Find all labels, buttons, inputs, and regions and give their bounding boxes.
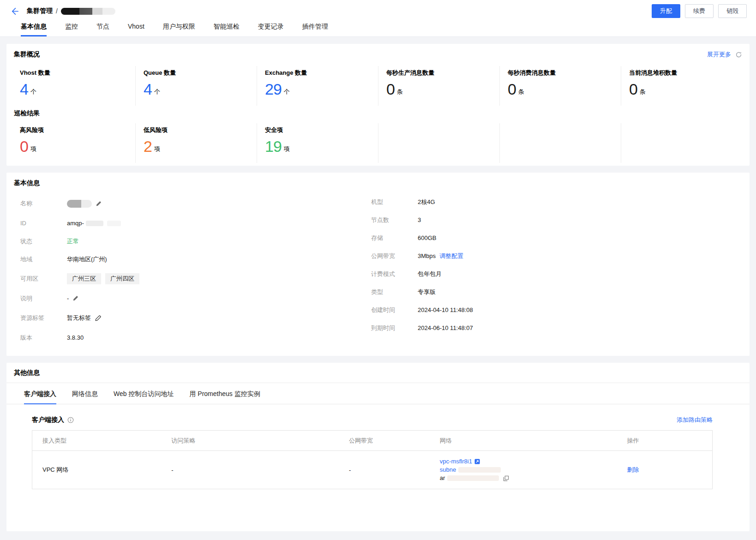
breadcrumb: 集群管理 / 升配 续费 销毁 xyxy=(9,5,747,18)
stat-produce-rate: 每秒生产消息数量 0条 xyxy=(378,66,499,106)
tab-smart-inspection[interactable]: 智能巡检 xyxy=(214,23,240,36)
cluster-name-redacted xyxy=(61,8,115,15)
stat-value: 2 xyxy=(144,138,152,154)
cluster-overview-card: 集群概况 展开更多 Vhost 数量 4个 Queue 数量 4个 Exchan… xyxy=(6,44,750,166)
node-count-value: 3 xyxy=(418,216,421,223)
version-value: 3.8.30 xyxy=(67,334,84,341)
type-value: 专享版 xyxy=(418,288,436,296)
row-name: 名称 xyxy=(14,193,365,214)
row-create-time: 创建时间 2024-04-10 11:48:08 xyxy=(365,301,473,319)
row-region: 地域 华南地区(广州) xyxy=(14,250,365,268)
tab-network-info[interactable]: 网络信息 xyxy=(72,383,98,404)
tab-users-permissions[interactable]: 用户与权限 xyxy=(163,23,195,36)
name-value-redacted xyxy=(67,200,92,208)
header-access-policy: 访问策略 xyxy=(161,431,339,451)
create-time-value: 2024-04-10 11:48:08 xyxy=(418,306,473,313)
cell-access-type: VPC 网络 xyxy=(32,451,162,489)
client-access-title: 客户端接入 xyxy=(32,416,64,424)
basic-info-title: 基本信息 xyxy=(14,179,742,187)
stat-value: 4 xyxy=(144,81,152,97)
expand-more-link[interactable]: 展开更多 xyxy=(707,50,731,59)
copy-icon[interactable] xyxy=(503,475,509,481)
address-prefix: ar xyxy=(440,474,445,482)
other-info-card: 其他信息 客户端接入 网络信息 Web 控制台访问地址 用 Prometheus… xyxy=(6,363,750,531)
table-header-row: 接入类型 访问策略 公网带宽 网络 操作 xyxy=(32,431,713,451)
address-redacted xyxy=(447,475,499,481)
tab-change-log[interactable]: 变更记录 xyxy=(258,23,284,36)
row-expire-time: 到期时间 2024-06-10 11:48:07 xyxy=(365,319,473,337)
az-tag: 广州四区 xyxy=(105,273,139,284)
resource-tag-value: 暂无标签 xyxy=(67,314,91,322)
row-version: 版本 3.8.30 xyxy=(14,329,365,347)
machine-type-value: 2核4G xyxy=(418,198,435,206)
stat-backlog-count: 当前消息堆积数量 0条 xyxy=(621,66,742,106)
info-icon[interactable] xyxy=(67,417,74,423)
upgrade-button[interactable]: 升配 xyxy=(652,4,680,18)
main-tabs: 基本信息 监控 节点 Vhost 用户与权限 智能巡检 变更记录 插件管理 xyxy=(9,23,747,36)
header-operation: 操作 xyxy=(617,431,713,451)
az-tag: 广州三区 xyxy=(67,273,101,284)
tab-client-access[interactable]: 客户端接入 xyxy=(24,383,56,404)
row-az: 可用区 广州三区 广州四区 xyxy=(14,268,365,289)
external-link-icon[interactable] xyxy=(474,459,480,464)
cluster-id-prefix: amqp- xyxy=(67,220,84,227)
stat-value: 4 xyxy=(20,81,28,97)
stat-value: 19 xyxy=(265,138,282,154)
vpc-link[interactable]: vpc-msflr8i1 xyxy=(440,457,472,466)
basic-info-card: 基本信息 名称 ID amqp- 状态 xyxy=(6,173,750,356)
billing-mode-value: 包年包月 xyxy=(418,270,442,278)
breadcrumb-separator: / xyxy=(56,7,58,15)
cell-network: vpc-msflr8i1 subne xyxy=(430,451,617,489)
tab-plugin-management[interactable]: 插件管理 xyxy=(302,23,328,36)
stat-vhost-count: Vhost 数量 4个 xyxy=(14,66,135,106)
table-row: VPC 网络 - - vpc-msflr8i1 xyxy=(32,451,713,489)
subnet-redacted xyxy=(458,467,501,473)
overview-stats: Vhost 数量 4个 Queue 数量 4个 Exchange 数量 29个 … xyxy=(14,66,742,106)
destroy-button[interactable]: 销毁 xyxy=(718,4,747,18)
row-node-count: 节点数 3 xyxy=(365,211,473,229)
breadcrumb-root[interactable]: 集群管理 xyxy=(27,7,53,15)
renew-button[interactable]: 续费 xyxy=(685,4,714,18)
client-access-section: 客户端接入 添加路由策略 接入类型 访问策略 公网带宽 网络 xyxy=(32,416,713,489)
back-button[interactable] xyxy=(9,6,19,16)
row-id: ID amqp- xyxy=(14,214,365,232)
row-storage: 存储 600GB xyxy=(365,229,473,247)
tab-basic-info[interactable]: 基本信息 xyxy=(21,23,47,36)
add-route-policy-link[interactable]: 添加路由策略 xyxy=(677,416,713,424)
stat-consume-rate: 每秒消费消息数量 0条 xyxy=(499,66,621,106)
stat-value: 0 xyxy=(20,138,28,154)
row-bandwidth: 公网带宽 3Mbps 调整配置 xyxy=(365,247,473,265)
cell-public-bandwidth: - xyxy=(339,451,430,489)
id-redacted xyxy=(107,221,121,226)
other-info-title: 其他信息 xyxy=(6,363,750,383)
edit-description-icon[interactable] xyxy=(72,295,78,301)
adjust-config-link[interactable]: 调整配置 xyxy=(439,252,463,260)
tab-vhost[interactable]: Vhost xyxy=(128,23,144,36)
delete-link[interactable]: 删除 xyxy=(627,466,639,473)
description-value: - xyxy=(67,295,69,302)
edit-name-icon[interactable] xyxy=(96,201,102,207)
back-arrow-icon xyxy=(10,7,19,16)
status-badge: 正常 xyxy=(67,237,79,246)
stat-empty-cell xyxy=(378,123,499,163)
tab-web-console-address[interactable]: Web 控制台访问地址 xyxy=(114,383,174,404)
edit-tags-icon[interactable] xyxy=(95,315,102,322)
stat-empty-cell xyxy=(621,123,742,163)
inspection-title: 巡检结果 xyxy=(14,109,742,118)
basic-info-left-column: 名称 ID amqp- 状态 正常 xyxy=(14,193,365,347)
tab-nodes[interactable]: 节点 xyxy=(96,23,109,36)
cell-access-policy: - xyxy=(161,451,339,489)
region-value: 华南地区(广州) xyxy=(67,255,107,264)
tab-prometheus-monitor[interactable]: 用 Prometheus 监控实例 xyxy=(189,383,260,404)
basic-info-right-column: 机型 2核4G 节点数 3 存储 600GB 公网带宽 3Mbps 调整配置 计… xyxy=(365,193,473,347)
stat-high-risk: 高风险项 0项 xyxy=(14,123,135,163)
row-machine-type: 机型 2核4G xyxy=(365,193,473,211)
stat-value: 29 xyxy=(265,81,282,97)
other-info-tabs: 客户端接入 网络信息 Web 控制台访问地址 用 Prometheus 监控实例 xyxy=(6,383,750,404)
header-public-bandwidth: 公网带宽 xyxy=(339,431,430,451)
refresh-icon[interactable] xyxy=(735,51,742,58)
header-actions: 升配 续费 销毁 xyxy=(652,4,747,18)
tab-monitoring[interactable]: 监控 xyxy=(65,23,78,36)
stat-empty-cell xyxy=(499,123,621,163)
stat-safe-items: 安全项 19项 xyxy=(257,123,378,163)
